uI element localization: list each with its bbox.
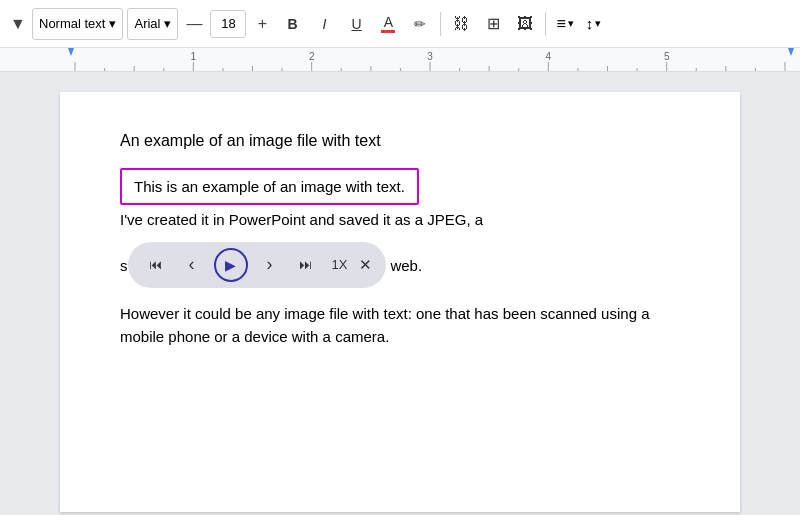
- playback-rate-button[interactable]: 1X: [328, 255, 352, 274]
- style-arrow: ▾: [109, 16, 116, 31]
- link-icon: ⛓: [453, 15, 469, 33]
- divider-1: [440, 12, 441, 36]
- text-color-a-label: A: [384, 15, 393, 29]
- font-size-decrease-button[interactable]: —: [182, 10, 206, 38]
- pencil-icon: ✏: [414, 16, 426, 32]
- style-selector[interactable]: Normal text ▾: [32, 8, 123, 40]
- font-arrow: ▾: [164, 16, 171, 31]
- play-button[interactable]: ▶: [214, 248, 248, 282]
- skip-forward-icon: ⏭: [299, 257, 312, 272]
- skip-back-button[interactable]: ⏮: [142, 251, 170, 279]
- font-selector[interactable]: Arial ▾: [127, 8, 178, 40]
- font-size-input[interactable]: 18: [210, 10, 246, 38]
- continuation-line1: I've created it in PowerPoint and saved …: [120, 209, 680, 232]
- insert-table-button[interactable]: ⊞: [479, 10, 507, 38]
- close-icon: ✕: [359, 256, 372, 273]
- text-color-button[interactable]: A: [374, 10, 402, 38]
- next-button[interactable]: ›: [256, 251, 284, 279]
- highlight-color-button[interactable]: ✏: [406, 10, 434, 38]
- underline-button[interactable]: U: [342, 10, 370, 38]
- image-text-line: This is an example of an image with text…: [134, 178, 405, 195]
- table-icon: ⊞: [487, 14, 500, 33]
- previous-button[interactable]: ‹: [178, 251, 206, 279]
- text-align-button[interactable]: ≡ ▾: [552, 13, 577, 35]
- last-paragraph: However it could be any image file with …: [120, 302, 680, 349]
- style-label: Normal text: [39, 16, 105, 31]
- continuation-line2-suffix: web.: [390, 255, 422, 278]
- play-icon: ▶: [225, 257, 236, 273]
- line-spacing-icon: ↕: [586, 15, 594, 32]
- media-player: ⏮ ‹ ▶ › ⏭ 1X ✕: [128, 242, 387, 288]
- toolbar-menu-chevron[interactable]: ▼: [8, 14, 28, 34]
- insert-image-button[interactable]: 🖼: [511, 10, 539, 38]
- insert-link-button[interactable]: ⛓: [447, 10, 475, 38]
- image-with-text-box: This is an example of an image with text…: [120, 168, 419, 205]
- ruler: [0, 48, 800, 72]
- align-icon: ≡: [556, 15, 565, 33]
- player-close-button[interactable]: ✕: [359, 256, 372, 274]
- divider-2: [545, 12, 546, 36]
- continuation-line2-prefix: s: [120, 255, 128, 278]
- line-spacing-button[interactable]: ↕ ▾: [582, 13, 606, 34]
- image-block: This is an example of an image with text…: [120, 168, 680, 302]
- page-heading: An example of an image file with text: [120, 132, 680, 150]
- italic-button[interactable]: I: [310, 10, 338, 38]
- document-page: An example of an image file with text Th…: [60, 92, 740, 512]
- skip-back-icon: ⏮: [149, 257, 162, 272]
- skip-forward-button[interactable]: ⏭: [292, 251, 320, 279]
- line-spacing-arrow: ▾: [595, 17, 601, 30]
- next-icon: ›: [267, 254, 273, 275]
- toolbar: ▼ Normal text ▾ Arial ▾ — 18 + B I U A ✏…: [0, 0, 800, 48]
- previous-icon: ‹: [189, 254, 195, 275]
- font-label: Arial: [134, 16, 160, 31]
- text-color-line: [381, 30, 395, 33]
- align-arrow: ▾: [568, 17, 574, 30]
- image-icon: 🖼: [517, 15, 533, 33]
- font-size-increase-button[interactable]: +: [250, 10, 274, 38]
- bold-button[interactable]: B: [278, 10, 306, 38]
- page-area: An example of an image file with text Th…: [0, 72, 800, 515]
